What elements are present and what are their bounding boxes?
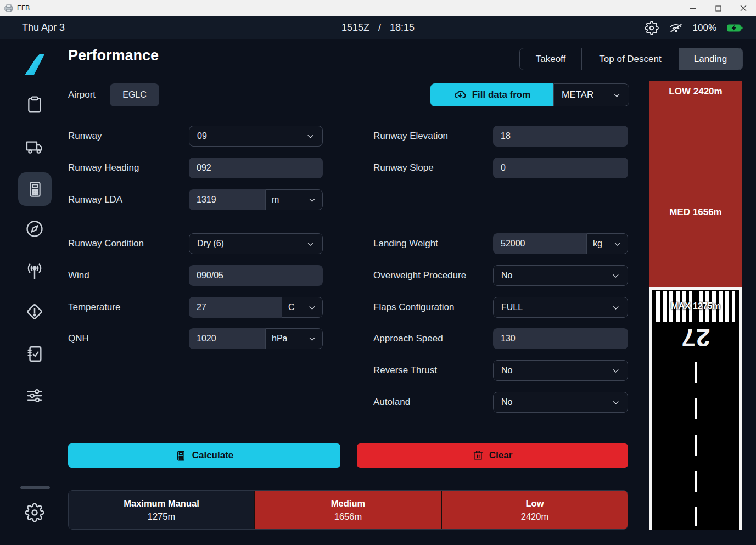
- checklist-icon: [25, 344, 44, 364]
- runway-heading-value: 092: [197, 163, 211, 173]
- sidebar-divider: [20, 486, 50, 489]
- wind-value: 090/05: [197, 271, 223, 280]
- runway-select[interactable]: 09: [189, 126, 323, 147]
- landing-weight-unit: kg: [593, 239, 602, 249]
- calculate-label: Calculate: [192, 450, 234, 461]
- runway-lda-unit: m: [272, 195, 279, 205]
- page-title: Performance: [68, 47, 159, 64]
- airport-code-button[interactable]: EGLC: [110, 83, 159, 106]
- runway-lda-field: 1319 m: [189, 189, 323, 210]
- fill-data-button[interactable]: Fill data from: [430, 83, 553, 106]
- flaps-configuration-select[interactable]: FULL: [493, 297, 628, 318]
- sliders-icon: [25, 386, 44, 405]
- calculator-icon: [26, 179, 44, 199]
- temperature-label: Temperature: [68, 297, 120, 318]
- max-distance-label: MAX 1275m: [652, 301, 739, 311]
- airport-label: Airport: [68, 83, 96, 106]
- battery-charging-icon: [726, 23, 743, 33]
- compass-icon: [25, 220, 44, 238]
- runway-elevation-value: 18: [501, 131, 511, 141]
- result-label: Medium: [331, 498, 365, 509]
- chevron-down-icon: [612, 304, 620, 312]
- landing-weight-field: 52000 kg: [493, 233, 628, 254]
- fill-source-value: METAR: [562, 89, 593, 100]
- temperature-field: 27 C: [189, 297, 323, 318]
- result-value: 1656m: [334, 512, 362, 522]
- window-title: EFB: [17, 4, 30, 12]
- runway-lda-label: Runway LDA: [68, 189, 122, 210]
- runway-heading-label: Runway Heading: [68, 158, 139, 178]
- reverse-thrust-value: No: [501, 366, 512, 375]
- runway-condition-select[interactable]: Dry (6): [189, 233, 323, 254]
- chevron-down-icon: [306, 132, 315, 141]
- runway-number: 27: [652, 323, 739, 352]
- close-icon[interactable]: [731, 0, 756, 16]
- runway-centerline: [695, 362, 697, 526]
- approach-speed-input[interactable]: 130: [493, 328, 628, 349]
- low-distance-label: LOW 2420m: [649, 86, 742, 97]
- landing-weight-label: Landing Weight: [373, 233, 438, 254]
- chevron-down-icon: [613, 240, 621, 248]
- temperature-value: 27: [197, 302, 206, 312]
- clear-label: Clear: [489, 450, 513, 461]
- wind-label: Wind: [68, 265, 89, 286]
- result-medium: Medium 1656m: [254, 491, 441, 529]
- runway-elevation-label: Runway Elevation: [373, 126, 448, 147]
- chevron-down-icon: [613, 91, 621, 99]
- runway-diagram: MAX 1275m 27: [649, 287, 742, 530]
- chevron-down-icon: [612, 367, 620, 375]
- qnh-input[interactable]: 1020: [189, 328, 265, 349]
- clear-button[interactable]: Clear: [357, 443, 628, 468]
- reverse-thrust-label: Reverse Thrust: [373, 360, 437, 381]
- approach-speed-value: 130: [501, 334, 516, 344]
- runway-heading-input[interactable]: 092: [189, 158, 323, 178]
- wind-input[interactable]: 090/05: [189, 265, 323, 286]
- sidebar-item-settings[interactable]: [22, 503, 47, 522]
- tab-landing[interactable]: Landing: [679, 48, 742, 70]
- sidebar-item-equipment[interactable]: [22, 386, 47, 405]
- sidebar-logo[interactable]: [22, 54, 47, 75]
- sidebar-item-performance[interactable]: [18, 172, 52, 206]
- qnh-unit: hPa: [272, 334, 287, 344]
- result-value: 2420m: [521, 512, 548, 522]
- med-distance-label: MED 1656m: [649, 207, 742, 218]
- sidebar-item-clipboard[interactable]: [22, 94, 47, 114]
- sidebar-item-radio[interactable]: [22, 262, 47, 281]
- cloud-download-icon: [453, 88, 467, 102]
- runway-slope-value: 0: [501, 163, 506, 173]
- qnh-unit-select[interactable]: hPa: [265, 328, 323, 349]
- status-bar: Thu Apr 3 1515Z / 18:15 100%: [0, 16, 756, 39]
- overweight-procedure-select[interactable]: No: [493, 265, 628, 286]
- runway-elevation-input[interactable]: 18: [493, 126, 628, 147]
- landing-weight-unit-select[interactable]: kg: [586, 233, 628, 254]
- sidebar-item-navigation[interactable]: [22, 220, 47, 238]
- maximize-icon[interactable]: [705, 0, 731, 16]
- approach-speed-label: Approach Speed: [373, 328, 443, 349]
- local-time: 18:15: [390, 22, 415, 33]
- reverse-thrust-select[interactable]: No: [493, 360, 628, 381]
- autoland-select[interactable]: No: [493, 392, 628, 413]
- settings-icon[interactable]: [645, 21, 659, 35]
- calculate-button[interactable]: Calculate: [68, 443, 340, 468]
- clipboard-icon: [26, 94, 43, 114]
- tab-top-of-descent[interactable]: Top of Descent: [581, 48, 679, 70]
- sidebar-item-alerts[interactable]: [22, 302, 47, 322]
- truck-icon: [25, 138, 44, 156]
- runway-slope-input[interactable]: 0: [493, 158, 628, 178]
- minimize-icon[interactable]: [680, 0, 705, 16]
- tab-takeoff[interactable]: Takeoff: [520, 48, 581, 70]
- result-low: Low 2420m: [441, 491, 628, 529]
- chevron-down-icon: [308, 335, 316, 343]
- fill-source-select[interactable]: METAR: [553, 83, 629, 106]
- temperature-unit-select[interactable]: C: [282, 297, 323, 318]
- sidebar-item-fuel-truck[interactable]: [22, 138, 47, 156]
- temperature-input[interactable]: 27: [189, 297, 282, 318]
- sidebar-item-checklist[interactable]: [22, 344, 47, 364]
- landing-weight-input[interactable]: 52000: [493, 233, 586, 254]
- result-label: Low: [526, 498, 544, 509]
- landing-weight-value: 52000: [501, 239, 525, 249]
- runway-lda-unit-select[interactable]: m: [265, 189, 323, 210]
- runway-lda-input[interactable]: 1319: [189, 189, 265, 210]
- calculator-icon: [175, 450, 187, 462]
- chevron-down-icon: [612, 272, 620, 280]
